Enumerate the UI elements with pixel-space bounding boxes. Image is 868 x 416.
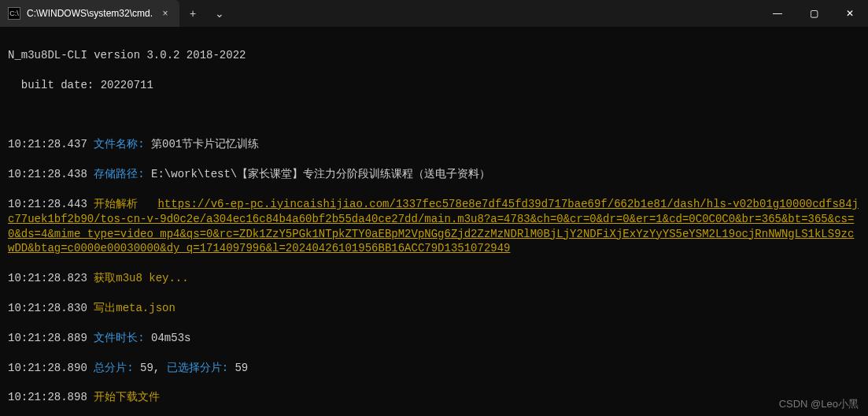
log-line: 10:21:28.889 文件时长: 04m53s	[8, 331, 860, 346]
log-line: 10:21:28.438 存储路径: E:\work\test\【家长课堂】专注…	[8, 167, 860, 182]
close-button[interactable]: ✕	[832, 0, 868, 27]
maximize-button[interactable]: ▢	[796, 0, 832, 27]
terminal-output[interactable]: N_m3u8DL-CLI version 3.0.2 2018-2022 bui…	[0, 27, 868, 416]
tabs-dropdown-button[interactable]: ⌄	[206, 0, 233, 27]
new-tab-button[interactable]: +	[179, 0, 206, 27]
log-line: 10:21:28.830 写出meta.json	[8, 301, 860, 316]
log-line: 10:21:28.437 文件名称: 第001节卡片记忆训练	[8, 137, 860, 152]
log-line: 10:21:28.443 开始解析 https://v6-ep-pc.iyinc…	[8, 197, 860, 257]
log-line: 10:21:28.890 总分片: 59, 已选择分片: 59	[8, 361, 860, 376]
watermark: CSDN @Leo小黑	[779, 397, 859, 411]
cmd-icon: C:\	[8, 7, 20, 20]
window-titlebar: C:\ C:\WINDOWS\system32\cmd. × + ⌄ — ▢ ✕	[0, 0, 868, 27]
version-line: N_m3u8DL-CLI version 3.0.2 2018-2022	[8, 48, 860, 63]
tab-cmd[interactable]: C:\ C:\WINDOWS\system32\cmd. ×	[0, 0, 179, 27]
tab-title: C:\WINDOWS\system32\cmd.	[27, 8, 153, 19]
tab-close-button[interactable]: ×	[159, 7, 172, 20]
minimize-button[interactable]: —	[759, 0, 796, 27]
built-line: built date: 20220711	[8, 78, 860, 93]
log-line: 10:21:28.898 开始下载文件	[8, 390, 860, 405]
window-controls: — ▢ ✕	[759, 0, 868, 27]
log-line: 10:21:28.823 获取m3u8 key...	[8, 271, 860, 286]
tabs-region: C:\ C:\WINDOWS\system32\cmd. × + ⌄	[0, 0, 233, 27]
blank-line	[8, 107, 860, 122]
